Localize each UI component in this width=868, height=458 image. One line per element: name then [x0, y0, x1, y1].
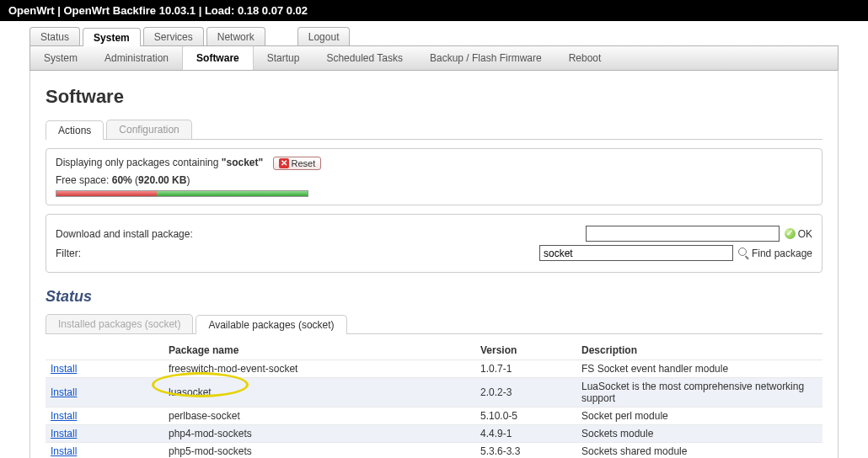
- disk-bar: [56, 190, 308, 197]
- download-row: Download and install package: ✓ OK: [56, 226, 812, 242]
- subnav-software[interactable]: Software: [182, 46, 254, 70]
- disk-bar-used: [56, 191, 157, 196]
- col-version: Version: [475, 341, 576, 360]
- cell-version: 4.4.9-1: [475, 425, 576, 443]
- install-link[interactable]: Install: [51, 410, 77, 422]
- page-content: Software Actions Configuration Displayin…: [29, 71, 839, 458]
- ok-label: OK: [798, 228, 812, 240]
- main-tab-network[interactable]: Network: [206, 27, 265, 45]
- table-row: Installperlbase-socket5.10.0-5Socket per…: [46, 407, 822, 425]
- table-row: Installfreeswitch-mod-event-socket1.0.7-…: [46, 360, 822, 378]
- tab-actions[interactable]: Actions: [46, 120, 104, 140]
- cell-version: 5.3.6-3.3: [475, 443, 576, 459]
- main-tab-status[interactable]: Status: [29, 27, 80, 45]
- install-link[interactable]: Install: [51, 363, 77, 375]
- cell-package-name: luasocket: [163, 378, 475, 407]
- filter-row: Filter: Find package: [56, 245, 812, 261]
- tab-available-packages[interactable]: Available packages (socket): [196, 315, 346, 334]
- cell-description: Socket perl module: [576, 407, 822, 425]
- cell-version: 5.10.0-5: [475, 407, 576, 425]
- cell-description: Sockets shared module: [576, 443, 822, 459]
- reset-icon: ✕: [279, 158, 289, 168]
- filter-tabset: Actions Configuration: [46, 120, 822, 140]
- sub-nav: SystemAdministrationSoftwareStartupSched…: [29, 46, 839, 71]
- cell-package-name: freeswitch-mod-event-socket: [163, 360, 475, 378]
- download-label: Download and install package:: [56, 228, 193, 240]
- subnav-system[interactable]: System: [30, 46, 91, 70]
- search-icon: [738, 248, 749, 258]
- install-link[interactable]: Install: [51, 386, 77, 398]
- logout-tab[interactable]: Logout: [297, 27, 351, 45]
- cell-description: Sockets module: [576, 425, 822, 443]
- table-row: Installphp4-mod-sockets4.4.9-1Sockets mo…: [46, 425, 822, 443]
- free-space-line: Free space: 60% (920.00 KB): [56, 174, 812, 186]
- col-description: Description: [576, 341, 822, 360]
- reset-button[interactable]: ✕ Reset: [273, 157, 322, 170]
- header-text: OpenWrt | OpenWrt Backfire 10.03.1 | Loa…: [8, 4, 308, 17]
- reset-label: Reset: [292, 158, 316, 168]
- subnav-administration[interactable]: Administration: [91, 46, 182, 70]
- cell-version: 1.0.7-1: [475, 360, 576, 378]
- find-label: Find package: [752, 248, 812, 259]
- ok-icon: ✓: [785, 228, 796, 239]
- table-row: Installluasocket2.0.2-3LuaSocket is the …: [46, 378, 822, 407]
- main-tab-services[interactable]: Services: [143, 27, 204, 45]
- primary-tabs: StatusSystemServicesNetworkLogout: [29, 27, 839, 46]
- packages-table: Package name Version Description Install…: [46, 341, 822, 458]
- subnav-startup[interactable]: Startup: [254, 46, 313, 70]
- ok-button[interactable]: ✓ OK: [785, 228, 812, 240]
- free-space-size: 920.00 KB: [138, 174, 186, 186]
- cell-package-name: perlbase-socket: [163, 407, 475, 425]
- cell-version: 2.0.2-3: [475, 378, 576, 407]
- main-tab-system[interactable]: System: [83, 28, 141, 46]
- cell-description: LuaSocket is the most comprehensive netw…: [576, 378, 822, 407]
- subnav-backup-flash-firmware[interactable]: Backup / Flash Firmware: [416, 46, 555, 70]
- free-space-prefix: Free space:: [56, 174, 112, 186]
- col-name: Package name: [163, 341, 475, 360]
- subnav-scheduled-tasks[interactable]: Scheduled Tasks: [313, 46, 416, 70]
- free-space-pct: 60%: [112, 174, 132, 186]
- install-link[interactable]: Install: [51, 445, 77, 457]
- tab-configuration[interactable]: Configuration: [106, 120, 191, 139]
- top-header-bar: OpenWrt | OpenWrt Backfire 10.03.1 | Loa…: [0, 0, 868, 21]
- cell-package-name: php4-mod-sockets: [163, 425, 475, 443]
- filter-label: Filter:: [56, 248, 81, 259]
- subnav-reboot[interactable]: Reboot: [555, 46, 615, 70]
- displaying-prefix: Displaying only packages containing: [56, 157, 222, 168]
- status-heading: Status: [46, 288, 822, 306]
- displaying-line: Displaying only packages containing "soc…: [56, 157, 812, 170]
- package-tabset: Installed packages (socket) Available pa…: [46, 314, 822, 334]
- disk-bar-free: [157, 191, 308, 196]
- install-link[interactable]: Install: [51, 428, 77, 439]
- tab-installed-packages[interactable]: Installed packages (socket): [46, 314, 193, 333]
- table-row: Installphp5-mod-sockets5.3.6-3.3Sockets …: [46, 443, 822, 459]
- page-title: Software: [46, 86, 822, 108]
- cell-description: FS Socket event handler module: [576, 360, 822, 378]
- find-package-button[interactable]: Find package: [738, 248, 812, 259]
- download-input[interactable]: [586, 226, 780, 242]
- displaying-term: "socket": [222, 157, 263, 168]
- filter-panel: Displaying only packages containing "soc…: [46, 148, 822, 205]
- filter-input[interactable]: [539, 245, 733, 261]
- download-panel: Download and install package: ✓ OK Filte…: [46, 214, 822, 273]
- cell-package-name: php5-mod-sockets: [163, 443, 475, 459]
- col-action: [46, 341, 163, 360]
- packages-container: Package name Version Description Install…: [46, 341, 822, 458]
